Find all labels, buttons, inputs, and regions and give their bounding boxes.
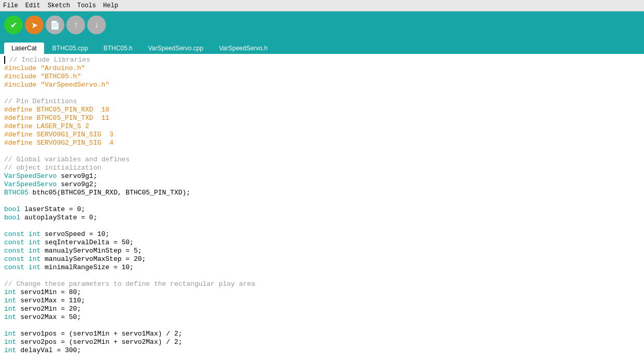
code-line: #include "BTHC05.h" [0, 73, 644, 81]
code-line: int servo1Min = 80; [0, 288, 644, 297]
code-line: const int manualyServoMinStep = 5; [0, 247, 644, 255]
code-line: const int minimalRangeSize = 10; [0, 263, 644, 272]
code-line: #define BTHC05_PIN_TXD 11 [0, 114, 644, 122]
code-line: // object initialization [0, 164, 644, 172]
code-line: #define LASER_PIN_S 2 [0, 122, 644, 131]
code-line: int delayVal = 300; [0, 346, 644, 355]
code-line: int servo2Max = 50; [0, 313, 644, 322]
menu-help[interactable]: Help [103, 2, 118, 9]
code-line [0, 322, 644, 330]
code-line [0, 222, 644, 230]
verify-button[interactable]: ✔ [4, 16, 23, 34]
code-line: // Global variables and defines [0, 156, 644, 164]
menu-bar: File Edit Sketch Tools Help [0, 0, 644, 11]
code-editor[interactable]: // Include Libraries#include "Arduino.h"… [0, 54, 644, 362]
code-line: bool laserState = 0; [0, 205, 644, 214]
code-line: const int manualyServoMaxStep = 20; [0, 255, 644, 263]
code-line: #include "Arduino.h" [0, 64, 644, 73]
code-line: // Pin Definitions [0, 98, 644, 106]
tab-bthc05h[interactable]: BTHC05.h [96, 43, 140, 54]
code-line: VarSpeedServo servo9g1; [0, 172, 644, 180]
code-line: int servo1pos = (servo1Min + servo1Max) … [0, 330, 644, 338]
code-line [0, 147, 644, 156]
code-line: #define SERVO9G2_PIN_SIG 4 [0, 139, 644, 147]
code-line: int servo2pos = (servo2Min + servo2Max) … [0, 338, 644, 346]
code-line: VarSpeedServo servo9g2; [0, 180, 644, 189]
code-line: BTHC05 bthc05(BTHC05_PIN_RXD, BTHC05_PIN… [0, 189, 644, 197]
tab-varspeedservocpp[interactable]: VarSpeedServo.cpp [141, 43, 211, 54]
menu-file[interactable]: File [3, 2, 18, 9]
open-button[interactable]: ↑ [66, 16, 85, 34]
code-line: int servo2Min = 20; [0, 305, 644, 313]
code-line: #include "VarSpeedServo.h" [0, 81, 644, 89]
tabs-bar: LaserCat BTHC05.cpp BTHC05.h VarSpeedSer… [0, 38, 644, 54]
save-button[interactable]: ↓ [87, 16, 106, 34]
code-line: #define SERVO9G1_PIN_SIG 3 [0, 131, 644, 139]
menu-sketch[interactable]: Sketch [48, 2, 70, 9]
code-line: const int servoSpeed = 10; [0, 230, 644, 239]
code-line [0, 197, 644, 205]
code-line: const int seqIntervalDelta = 50; [0, 239, 644, 247]
code-line: // Change these parameters to define the… [0, 280, 644, 288]
new-button[interactable]: 📄 [46, 16, 64, 34]
tab-lasercat[interactable]: LaserCat [4, 43, 44, 54]
code-line: #define BTHC05_PIN_RXD 10 [0, 106, 644, 114]
menu-tools[interactable]: Tools [77, 2, 96, 9]
code-line [0, 89, 644, 98]
menu-edit[interactable]: Edit [25, 2, 40, 9]
code-line [0, 272, 644, 280]
code-line: int servo1Max = 110; [0, 297, 644, 305]
upload-button[interactable]: ➤ [25, 16, 44, 34]
code-line: bool autoplayState = 0; [0, 214, 644, 222]
tab-bthc05cpp[interactable]: BTHC05.cpp [45, 43, 95, 54]
tab-varspeedservoh[interactable]: VarSpeedServo.h [212, 43, 275, 54]
code-line: // Include Libraries [0, 56, 644, 64]
toolbar: ✔ ➤ 📄 ↑ ↓ [0, 11, 644, 38]
